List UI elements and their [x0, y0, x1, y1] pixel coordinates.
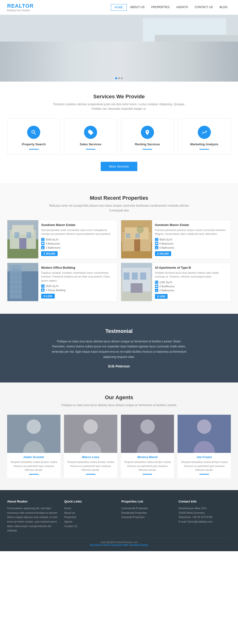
agents-section: Our Agents Tristique eu class eros lacus…: [0, 382, 238, 490]
hero-dot-1[interactable]: [115, 77, 117, 79]
prop-feat-sqft-2: 2500 Sq Ft: [41, 284, 114, 288]
baths-1: 6 Bathrooms: [159, 246, 174, 249]
footer-design: Wordpress theme Designed With TemplateTo…: [7, 544, 231, 546]
bath-icon-0: [41, 246, 44, 249]
service-label-1: Sales Services: [68, 142, 114, 146]
svg-point-17: [159, 52, 174, 54]
svg-rect-14: [162, 54, 171, 66]
agent-card-2[interactable]: Monica Blend Torquent phasellus nostra t…: [121, 415, 174, 478]
prop-img-inner-3: [121, 263, 152, 301]
svg-point-61: [140, 420, 154, 434]
agent-desc-1: Torquent phasellus nostra tempor nostra …: [64, 460, 117, 472]
footer-quick-links: Home About Us Properties Agents Contact …: [64, 506, 117, 528]
nav-home[interactable]: HOME: [111, 4, 127, 11]
hero-dot-2[interactable]: [118, 77, 120, 79]
agent-card-0[interactable]: Adam Scooter Torquent phasellus nostra t…: [7, 415, 60, 478]
prop-feat-beds-0: 4 Bedrooms: [41, 242, 114, 245]
prop-img-1: [121, 220, 152, 258]
nav-blog[interactable]: BLOG: [216, 4, 231, 11]
service-card-marketing[interactable]: Marketing Analysis: [178, 118, 231, 154]
svg-rect-13: [155, 51, 238, 54]
bed-icon-0: [41, 242, 44, 245]
property-card-1[interactable]: Sundown Manor Estate Pulvinar parturient…: [121, 220, 231, 259]
size-icon-3: [155, 280, 158, 284]
nav-contact[interactable]: CONTACT US: [191, 4, 216, 11]
bath-icon-1: [155, 246, 158, 249]
hero-dot-3[interactable]: [121, 77, 123, 79]
footer-link-props[interactable]: Properties: [64, 516, 76, 518]
footer-link-contact[interactable]: Contact Us: [64, 525, 77, 528]
nav-links: HOME ABOUT US PROPERTIES AGENTS CONTACT …: [111, 4, 231, 11]
prop-title-1: Sundown Manor Estate: [155, 223, 228, 227]
baths-3: 2 Bathrooms: [159, 289, 174, 292]
prop-feat-baths-3: 2 Bathrooms: [155, 289, 228, 292]
service-card-property-search[interactable]: Property Search: [7, 118, 60, 154]
sqft-1: 4500 Sq Ft: [159, 238, 172, 241]
bed-icon-1: [155, 242, 158, 245]
agent-card-1[interactable]: Marco Lima Torquent phasellus nostra tem…: [64, 415, 117, 478]
property-search-icon: [27, 126, 40, 139]
baths-0: 3 Bathrooms: [46, 246, 60, 249]
nav-properties[interactable]: PROPERTIES: [148, 4, 173, 11]
prop-info-3: 10 Apartments of Type B Sodales tincidun…: [152, 263, 231, 302]
footer-props-residential[interactable]: Residential Properties: [121, 511, 147, 514]
prop-price-2: $ 2,250: [41, 294, 55, 298]
prop-feat-baths-1: 6 Bathrooms: [155, 246, 228, 249]
footer-link-home[interactable]: Home: [64, 507, 71, 510]
prop-title-3: 10 Apartments of Type B: [155, 266, 228, 270]
footer-link-about[interactable]: About Us: [64, 511, 75, 514]
prop-img-inner-2: [7, 263, 38, 301]
nav-about[interactable]: ABOUT US: [127, 4, 148, 11]
sales-icon: [84, 126, 97, 139]
building-icon-2: [41, 288, 44, 292]
footer-link-agents[interactable]: Agents: [64, 520, 72, 523]
footer-quick-title: Quick Links: [64, 500, 117, 503]
svg-rect-52: [140, 272, 146, 280]
prop-desc-1: Pulvinar parturient pulvinar neque mauri…: [155, 228, 228, 236]
nav-agents[interactable]: AGENTS: [173, 4, 191, 11]
footer-grid: About Realtor Consectetuer adipiscing el…: [7, 500, 231, 533]
sqft-3: 1250 Sq Ft: [159, 281, 172, 284]
service-card-sales[interactable]: Sales Services: [64, 118, 117, 154]
footer-bottom: copyright@TemplateToaster.com Wordpress …: [7, 538, 231, 546]
agents-subtitle: Tristique eu class eros lacus ultricies …: [48, 403, 190, 408]
footer-props-industrial[interactable]: Industrial Properties: [121, 516, 145, 518]
more-services-button[interactable]: More Services: [101, 162, 137, 171]
bed-icon-3: [155, 285, 158, 288]
prop-img-2: [7, 263, 38, 301]
property-card-0[interactable]: Sundown Manor Estate Sed perspiciatis un…: [7, 220, 117, 259]
footer-props-title: Properties List: [121, 500, 174, 503]
agent-name-0: Adam Scooter: [7, 455, 60, 459]
svg-rect-33: [134, 239, 140, 251]
testimonial-section: Testmonial Tristique eu class eros lacus…: [0, 314, 238, 382]
agent-line-1: [86, 474, 96, 474]
svg-rect-32: [135, 233, 140, 238]
service-label-0: Property Search: [11, 142, 57, 146]
agent-desc-2: Torquent phasellus nostra tempor nostra …: [121, 460, 174, 472]
agents-title: Our Agents: [7, 394, 231, 400]
service-card-renting[interactable]: Renting Services: [121, 118, 174, 154]
footer-contact-email: E-mail: Demo@realideal.com: [179, 520, 231, 524]
beds-0: 4 Bedrooms: [46, 242, 60, 245]
beds-3: 3 BedRooms: [159, 285, 175, 288]
footer-design-link[interactable]: Wordpress theme Designed With TemplateTo…: [90, 544, 148, 546]
footer-props-commercial[interactable]: Commercial Properties: [121, 507, 148, 510]
svg-point-18: [174, 52, 188, 54]
agent-name-1: Marco Lima: [64, 455, 117, 459]
agent-photo-1: [64, 415, 117, 453]
footer-copyright: copyright@TemplateToaster.com: [7, 541, 231, 544]
prop-feat-sqft-1: 4500 Sq Ft: [155, 238, 228, 241]
property-card-2[interactable]: Modern Office Building Dapibus volutpat.…: [7, 263, 117, 302]
agent-card-3[interactable]: Joe Frazer Torquent phasellus nostra tem…: [178, 415, 231, 478]
properties-section: Most Recent Properties Ridiculus tortor …: [0, 183, 238, 314]
svg-rect-12: [155, 35, 238, 52]
svg-rect-11: [59, 64, 131, 70]
svg-rect-9: [57, 50, 86, 62]
footer-contact: Contact Info Schönhauser Allee 167c 1043…: [179, 500, 231, 533]
svg-rect-4: [12, 50, 143, 64]
service-line-0: [29, 149, 39, 150]
property-card-3[interactable]: 10 Apartments of Type B Sodales tincidun…: [121, 263, 231, 302]
services-grid: Property Search Sales Services Renting S…: [7, 118, 231, 154]
prop-img-inner-0: [7, 220, 38, 258]
properties-title: Most Recent Properties: [7, 195, 231, 201]
